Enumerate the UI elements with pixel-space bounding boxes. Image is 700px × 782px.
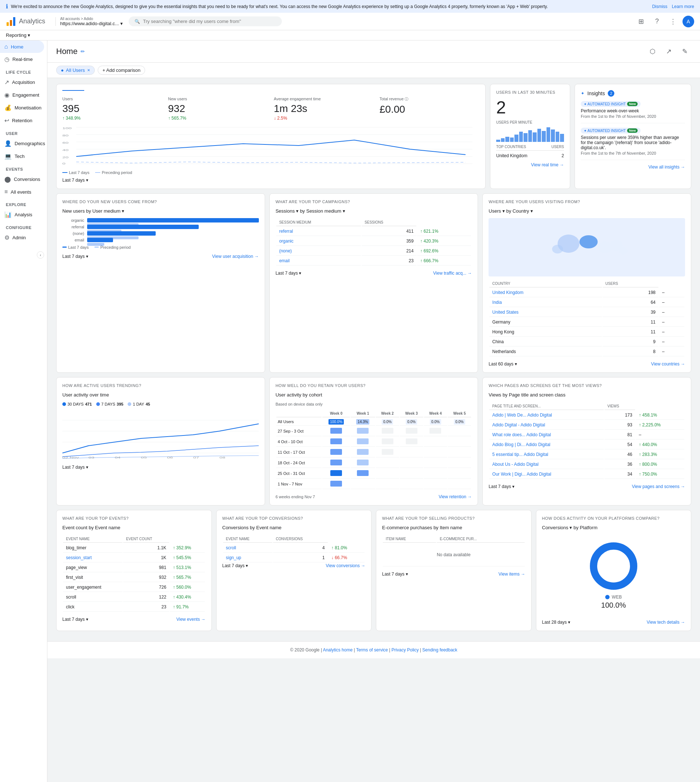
campaign-medium-1[interactable]: referral [277,227,361,236]
campaigns-timeframe[interactable]: Last 7 days ▾ [276,271,302,276]
campaign-medium-2[interactable]: organic [277,237,361,246]
all-users-label: All Users [66,67,85,73]
event-name-2[interactable]: session_start [63,553,122,562]
filter-close-icon[interactable]: ✕ [87,68,90,72]
campaign-medium-3[interactable]: (none) [277,247,361,256]
footer-privacy[interactable]: Privacy Policy [392,647,419,653]
page-name-5[interactable]: 5 essential tip... Adido Digital [489,450,604,459]
search-input[interactable] [143,18,276,24]
country-name-1[interactable]: United Kingdom [489,288,602,297]
trending-row: HOW ARE ACTIVE USERS TRENDING? User acti… [56,377,691,506]
event-row: blog_timer 1.1K ↑ 352.9% [63,543,205,553]
conversion-name-1[interactable]: scroll [223,543,272,553]
sidebar-item-monetisation[interactable]: 💰 Monetisation [0,101,44,114]
campaigns-chart-title[interactable]: Sessions ▾ by Session medium ▾ [276,208,472,214]
chart-timeframe[interactable]: Last 7 days ▾ [62,178,480,183]
sidebar-item-tech[interactable]: 💻 Tech [0,150,44,163]
view-acquisition-link[interactable]: View user acquisition → [212,254,259,259]
footer-analytics-home[interactable]: Analytics home [323,647,353,653]
sidebar-item-demographics[interactable]: 👤 Demographics [0,137,44,150]
learn-more-link[interactable]: Learn more [672,4,694,9]
share-button[interactable]: ⬡ [646,45,659,58]
svg-text:03: 03 [187,166,193,167]
search-bar[interactable]: 🔍 [129,17,282,26]
sidebar-item-analysis[interactable]: 📊 Analysis [0,208,44,221]
footer-feedback[interactable]: Sending feedback [422,647,457,653]
mini-bar [533,132,537,142]
country-row: Netherlands 8 – [489,347,684,356]
sidebar-monetisation-label: Monetisation [15,105,42,110]
dismiss-link[interactable]: Dismiss [652,4,668,9]
countries-chart-title[interactable]: Users ▾ by Country ▾ [488,208,685,214]
sidebar-item-admin[interactable]: ⚙ Admin [0,231,44,244]
events-timeframe[interactable]: Last 7 days ▾ [62,617,88,622]
conversions-footer: Last 7 days ▾ View conversions → [222,563,366,568]
account-selector[interactable]: All accounts > Adido https://www.adido-d… [60,17,123,26]
country-name-7: Netherlands [489,347,602,356]
platforms-card: HOW DOES ACTIVITY ON YOUR PLATFORMS COMP… [536,510,692,631]
active-users-chart: 02 Nov 03 04 05 06 07 08 [62,409,259,460]
all-users-filter[interactable]: ● All Users ✕ [56,66,95,75]
cohort-week2: Week 2 [376,410,399,417]
conversions-timeframe[interactable]: Last 7 days ▾ [222,563,248,568]
page-name-6[interactable]: About Us - Adido Digital [489,460,604,469]
cohort-row-1: 27 Sep - 3 Oct [277,426,472,436]
account-url[interactable]: https://www.adido-digital.c... ▾ [60,21,123,26]
campaign-medium-4[interactable]: email [277,256,361,266]
cohort-6-w1 [351,479,375,489]
view-products-link[interactable]: View items → [498,571,525,576]
customize-button[interactable]: ✎ [678,45,691,58]
edit-page-icon[interactable]: ✏ [80,48,85,54]
view-realtime-link[interactable]: View real time → [496,162,564,167]
active-users-timeframe[interactable]: Last 7 days ▾ [62,465,88,470]
sidebar-item-conversions[interactable]: ⬤ Conversions [0,173,44,185]
footer-terms[interactable]: Terms of service [356,647,388,653]
reporting-label[interactable]: Reporting ▾ [6,32,30,38]
countries-timeframe[interactable]: Last 60 days ▾ [488,361,517,366]
page-name-4[interactable]: Adido Blog | Di... Adido Digital [489,440,604,449]
cohort-week1: Week 1 [351,410,375,417]
revenue-value: £0.00 [380,103,480,115]
conversion-name-2[interactable]: sign_up [223,553,272,562]
sidebar-item-engagement[interactable]: ◉ Engagement [0,89,44,101]
products-timeframe[interactable]: Last 7 days ▾ [382,571,408,576]
sidebar-item-home[interactable]: ⌂ Home [0,40,44,53]
mini-bar [551,129,555,142]
view-countries-link[interactable]: View countries → [651,361,685,366]
country-name-2[interactable]: India [489,298,602,307]
users-per-minute-label: USERS PER MINUTE [496,120,564,124]
sidebar-item-acquisition[interactable]: ↗ Acquisition [0,76,44,89]
page-name-3[interactable]: What role does... Adido Digital [489,430,604,439]
apps-button[interactable]: ⊞ [634,15,648,28]
sidebar-item-all-events[interactable]: ≡ All events [0,185,44,198]
page-views-timeframe[interactable]: Last 7 days ▾ [488,484,515,489]
view-tech-link[interactable]: View tech details → [647,620,685,625]
platforms-timeframe[interactable]: Last 28 days ▾ [542,620,570,625]
acquisition-chart-title[interactable]: New users by User medium ▾ [62,208,259,214]
view-retention-link[interactable]: View retention → [438,494,472,499]
sidebar-conversions-label: Conversions [14,177,40,182]
sidebar-collapse-button[interactable]: ‹ [37,251,44,259]
view-campaigns-link[interactable]: View traffic acq... → [433,271,472,276]
more-options-button[interactable]: ⋮ [667,15,680,28]
sidebar-item-realtime[interactable]: ◷ Real-time [0,53,44,66]
add-comparison-button[interactable]: + Add comparison [98,66,145,75]
sidebar-item-retention[interactable]: ↩ Retention [0,114,44,127]
acquisition-timeframe[interactable]: Last 7 days ▾ [62,254,88,259]
page-name-7[interactable]: Our Work | Digi... Adido Digital [489,470,604,479]
view-pages-link[interactable]: View pages and screens → [632,484,685,489]
mini-bar [515,135,518,142]
platforms-chart-title[interactable]: Conversions ▾ by Platform [542,525,685,530]
view-conversions-link[interactable]: View conversions → [326,563,366,568]
avatar[interactable]: A [682,16,694,27]
help-button[interactable]: ? [650,15,663,28]
export-button[interactable]: ↗ [662,45,675,58]
svg-point-41 [593,546,633,586]
view-events-link[interactable]: View events → [177,617,206,622]
country-name-3[interactable]: United States [489,308,602,317]
event-change-3: ↑ 513.1% [170,563,205,572]
page-name-1[interactable]: Adido | Web De... Adido Digital [489,411,604,420]
page-name-2[interactable]: Adido Digital - Adido Digital [489,421,604,429]
view-all-insights-link[interactable]: View all insights → [581,164,685,170]
admin-icon: ⚙ [4,234,10,241]
